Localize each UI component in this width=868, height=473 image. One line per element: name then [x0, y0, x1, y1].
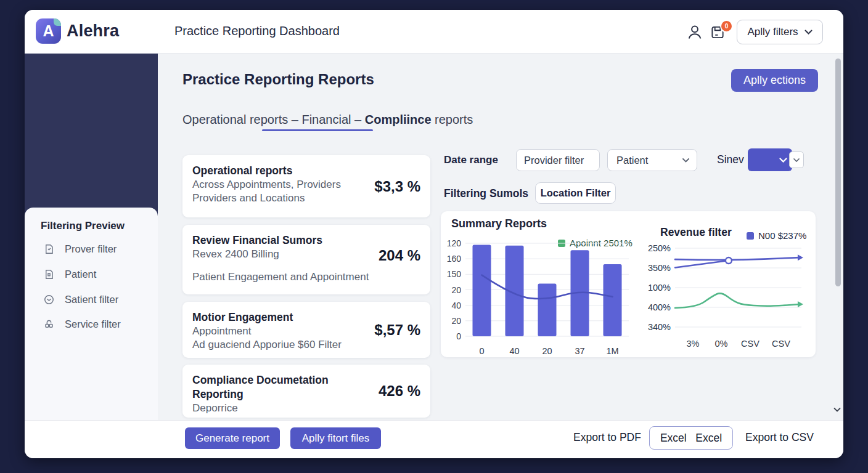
apply-filters-button[interactable]: Aplly filters	[737, 20, 823, 44]
clock-icon	[43, 294, 55, 305]
card-line: Deporrice	[192, 402, 374, 415]
report-card-operational[interactable]: Operational reports Across Appointments,…	[182, 155, 430, 217]
header-bar: A Alehra Practice Reporting Dashboard 0 …	[25, 10, 843, 54]
card-title-2: Reporting	[192, 387, 374, 402]
preview-item-label: Prover filter	[65, 243, 117, 255]
svg-text:250%: 250%	[648, 243, 671, 253]
app-window: A Alehra Practice Reporting Dashboard 0 …	[25, 10, 843, 458]
page-title: Practice Reporting Reports	[182, 71, 374, 88]
svg-text:0%: 0%	[715, 339, 728, 349]
svg-text:40: 40	[451, 301, 461, 310]
filtering-preview-title: Filtering Preview	[41, 220, 125, 232]
chevron-down-icon	[779, 158, 787, 163]
svg-text:400%: 400%	[648, 302, 671, 312]
tab-segment-2[interactable]: Compliince	[365, 113, 432, 126]
date-range-label: Date range	[444, 154, 498, 166]
card-value: 426 %	[374, 382, 420, 400]
preview-item-label: Service filter	[65, 318, 121, 330]
charts-panel: Summary Reports Apoinnt 2501% 1201601502…	[441, 211, 816, 357]
location-filter-button[interactable]: Location Filter	[535, 182, 616, 204]
apply-actions-button[interactable]: Aplly ections	[731, 69, 818, 92]
card-title: Motior Engagement	[192, 310, 369, 325]
card-value: $3,3 %	[369, 178, 420, 195]
revenue-line-chart: 250%350%100%400%340%3%0%CSVCSV	[644, 236, 816, 356]
report-card-compliance[interactable]: Compliance Documetation Reporting Deporr…	[182, 365, 430, 418]
report-card-financial-sumors[interactable]: Review Financial Sumors Revex 2400 Billi…	[182, 225, 430, 294]
desktop-background: A Alehra Practice Reporting Dashboard 0 …	[0, 0, 868, 473]
preview-item-label: Satient filter	[65, 294, 118, 305]
logo-accent	[54, 18, 61, 26]
filtering-preview-panel: Filtering Preview Prover filter Patient	[25, 208, 158, 420]
patient-select-value: Patient	[616, 155, 648, 166]
summary-bar-chart: 120160150204020004020371M	[441, 236, 657, 356]
chevron-down-icon	[682, 158, 689, 163]
secondary-select[interactable]	[789, 152, 804, 168]
card-footer: Patient Engagement and Appointment	[192, 271, 374, 283]
user-icon[interactable]	[686, 23, 705, 42]
svg-text:3%: 3%	[687, 339, 700, 349]
report-tabs[interactable]: Operational reports – Financial – Compli…	[182, 113, 473, 127]
export-csv-link[interactable]: Export to CSV	[745, 431, 814, 444]
svg-text:1M: 1M	[606, 346, 618, 356]
tab-segment-1[interactable]: Operational reports – Financial –	[182, 113, 365, 126]
file-check-icon	[43, 243, 55, 255]
svg-text:37: 37	[575, 346, 584, 356]
card-line: Ad guaciend Apporiue $60 Filter	[192, 338, 369, 352]
app-title: Practice Reporting Dashboard	[174, 24, 340, 38]
sidebar	[25, 53, 158, 225]
scrollbar-thumb[interactable]	[835, 59, 841, 286]
provider-filter-input[interactable]	[516, 149, 600, 171]
svg-text:350%: 350%	[648, 263, 671, 273]
card-value: 204 %	[374, 247, 420, 264]
card-line: Across Appointments, Providers	[192, 178, 369, 192]
export-pdf-link[interactable]: Export to PDF	[573, 431, 641, 444]
svg-text:340%: 340%	[648, 322, 671, 332]
svg-text:0: 0	[456, 331, 461, 341]
svg-text:100%: 100%	[648, 283, 671, 293]
lock-icon	[43, 318, 55, 330]
card-value: $,57 %	[369, 321, 420, 339]
svg-text:20: 20	[451, 285, 461, 295]
card-title: Compliance Documetation	[192, 373, 374, 387]
preview-item-satient-filter[interactable]: Satient filter	[25, 290, 158, 309]
svg-text:CSV: CSV	[741, 339, 760, 349]
card-line: Appointment	[192, 325, 369, 338]
svg-text:20: 20	[542, 346, 552, 356]
svg-text:120: 120	[447, 238, 462, 248]
card-line: Revex 2400 Billing	[192, 248, 374, 261]
scroll-down-icon[interactable]	[832, 405, 843, 416]
generate-report-button[interactable]: Generate report	[185, 427, 280, 449]
file-icon	[43, 269, 55, 280]
chevron-down-icon	[805, 30, 813, 34]
preview-item-label: Patient	[65, 269, 96, 280]
tab-segment-3[interactable]: reports	[432, 113, 473, 126]
patient-select[interactable]: Patient	[607, 149, 697, 171]
chevron-down-icon	[793, 158, 800, 162]
preview-item-prover-filter[interactable]: Prover filter	[25, 240, 158, 258]
excel-export-button[interactable]: Excel Excel	[649, 426, 733, 450]
svg-text:160: 160	[447, 254, 462, 264]
card-title: Review Financial Sumors	[192, 233, 374, 248]
preview-item-service-filter[interactable]: Service filter	[25, 315, 158, 333]
apply-files-button[interactable]: Aplly fitort files	[290, 427, 381, 449]
summary-chart-title: Summary Reports	[451, 217, 547, 230]
logo-letter: A	[43, 23, 54, 39]
logo-wordmark: Alehra	[67, 22, 119, 41]
card-line: Providers and Locations	[192, 192, 369, 205]
svg-text:20: 20	[451, 316, 461, 326]
sinev-select[interactable]	[748, 148, 792, 171]
app-logo[interactable]: A	[36, 18, 61, 44]
svg-text:CSV: CSV	[772, 339, 790, 349]
preview-item-patient[interactable]: Patient	[25, 265, 158, 283]
footer-bar: Generate report Aplly fitort files Expor…	[25, 420, 843, 458]
filtering-sumols-label: Filtering Sumols	[444, 187, 528, 200]
apply-filters-label: Aplly filters	[747, 26, 798, 38]
svg-text:150: 150	[447, 269, 462, 279]
svg-text:40: 40	[509, 346, 519, 356]
card-title: Operational reports	[192, 164, 369, 178]
sinev-label: Sinev	[717, 153, 744, 166]
svg-text:0: 0	[479, 346, 484, 356]
notification-badge: 0	[720, 20, 733, 33]
active-tab-underline	[262, 129, 373, 131]
report-card-engagement[interactable]: Motior Engagement Appointment Ad guacien…	[182, 302, 430, 358]
